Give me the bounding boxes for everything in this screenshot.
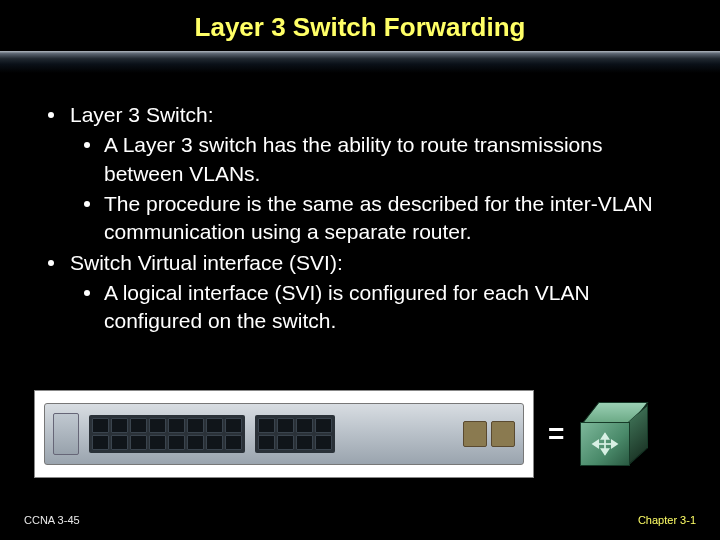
list-item: A Layer 3 switch has the ability to rout… [84, 131, 680, 188]
bullet-level2: A logical interface (SVI) is configured … [84, 279, 680, 336]
svg-marker-4 [602, 434, 609, 439]
bullet-text: Layer 3 Switch: [70, 101, 214, 129]
list-item: Switch Virtual interface (SVI): [48, 249, 680, 277]
footer-right: Chapter 3-1 [638, 514, 696, 526]
switch-system-module [53, 413, 79, 455]
title-divider [0, 51, 720, 73]
bullet-text: A logical interface (SVI) is configured … [104, 279, 680, 336]
bullet-icon [48, 260, 54, 266]
bullet-icon [84, 142, 90, 148]
content-area: Layer 3 Switch: A Layer 3 switch has the… [0, 73, 720, 336]
routing-arrows-icon [588, 430, 622, 458]
svg-marker-5 [602, 449, 609, 454]
bullet-level1: Layer 3 Switch: A Layer 3 switch has the… [48, 101, 680, 336]
bullet-level2: A Layer 3 switch has the ability to rout… [84, 131, 680, 246]
switch-chassis [44, 403, 524, 465]
slide-title: Layer 3 Switch Forwarding [0, 0, 720, 51]
uplink-ports [463, 421, 515, 447]
list-item: The procedure is the same as described f… [84, 190, 680, 247]
slide: Layer 3 Switch Forwarding Layer 3 Switch… [0, 0, 720, 540]
bullet-text: Switch Virtual interface (SVI): [70, 249, 343, 277]
diagram: = [34, 388, 686, 480]
svg-marker-2 [612, 441, 617, 448]
bullet-text: A Layer 3 switch has the ability to rout… [104, 131, 680, 188]
list-item: A logical interface (SVI) is configured … [84, 279, 680, 336]
port-group-1 [89, 415, 245, 453]
router-icon [578, 400, 646, 468]
bullet-text: The procedure is the same as described f… [104, 190, 680, 247]
svg-marker-3 [593, 441, 598, 448]
bullet-icon [84, 201, 90, 207]
list-item: Layer 3 Switch: [48, 101, 680, 129]
switch-image-frame [34, 390, 534, 478]
equals-sign: = [548, 418, 564, 450]
bullet-icon [84, 290, 90, 296]
port-group-2 [255, 415, 335, 453]
footer-left: CCNA 3-45 [24, 514, 80, 526]
bullet-icon [48, 112, 54, 118]
